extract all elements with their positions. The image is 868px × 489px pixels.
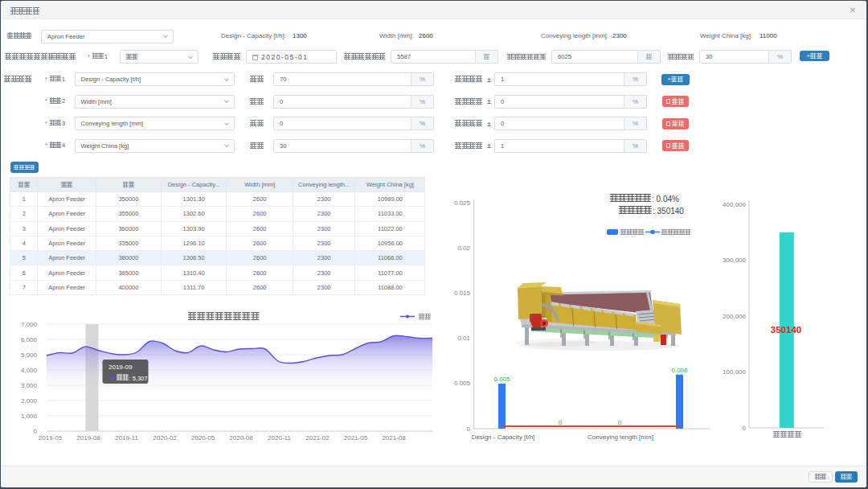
svg-text:2020-05: 2020-05	[191, 434, 215, 442]
svg-text:2019-11: 2019-11	[115, 434, 138, 442]
svg-text:2019-09: 2019-09	[108, 364, 133, 371]
svg-text:0: 0	[467, 425, 471, 433]
svg-text:2019-05: 2019-05	[39, 434, 63, 442]
svg-text:0: 0	[618, 419, 622, 426]
svg-text:3,000: 3,000	[21, 382, 38, 389]
svg-text:2019-08: 2019-08	[76, 434, 100, 442]
svg-text:2020-08: 2020-08	[229, 434, 253, 442]
svg-text:0.006: 0.006	[671, 367, 688, 374]
svg-text:2021-08: 2021-08	[382, 434, 406, 442]
svg-text:0.025: 0.025	[454, 199, 471, 207]
svg-text:100,000: 100,000	[723, 368, 746, 376]
svg-text:0: 0	[34, 428, 38, 435]
svg-text:200,000: 200,000	[723, 313, 746, 320]
svg-text:0.015: 0.015	[454, 290, 471, 297]
svg-text:0.02: 0.02	[457, 244, 470, 252]
svg-text:0.005: 0.005	[454, 380, 471, 387]
svg-text:: 5,307: : 5,307	[129, 375, 148, 382]
svg-text:2020-11: 2020-11	[268, 434, 291, 442]
svg-text:1,000: 1,000	[21, 413, 38, 420]
svg-text:0: 0	[743, 425, 747, 432]
svg-text:2,000: 2,000	[21, 397, 38, 405]
svg-text:350140: 350140	[771, 325, 801, 335]
svg-text:Design - Capacity [t/h]: Design - Capacity [t/h]	[472, 434, 535, 441]
svg-text:300,000: 300,000	[723, 257, 746, 264]
svg-text:0: 0	[559, 419, 563, 426]
svg-text:: 0.04%: : 0.04%	[652, 195, 679, 203]
svg-text:0.01: 0.01	[457, 335, 470, 342]
svg-text:0.005: 0.005	[493, 376, 510, 383]
svg-text:: 350140: : 350140	[653, 207, 684, 216]
svg-text:400,000: 400,000	[723, 201, 746, 208]
svg-text:2020-02: 2020-02	[153, 434, 177, 442]
svg-text:7,000: 7,000	[21, 321, 38, 328]
svg-text:2021-05: 2021-05	[344, 434, 368, 442]
svg-text:Conveying length [mm]: Conveying length [mm]	[588, 434, 653, 441]
svg-text:4,000: 4,000	[21, 367, 38, 374]
svg-text:5,000: 5,000	[21, 351, 38, 359]
svg-text:6,000: 6,000	[21, 336, 38, 343]
svg-text:2021-02: 2021-02	[305, 434, 330, 442]
